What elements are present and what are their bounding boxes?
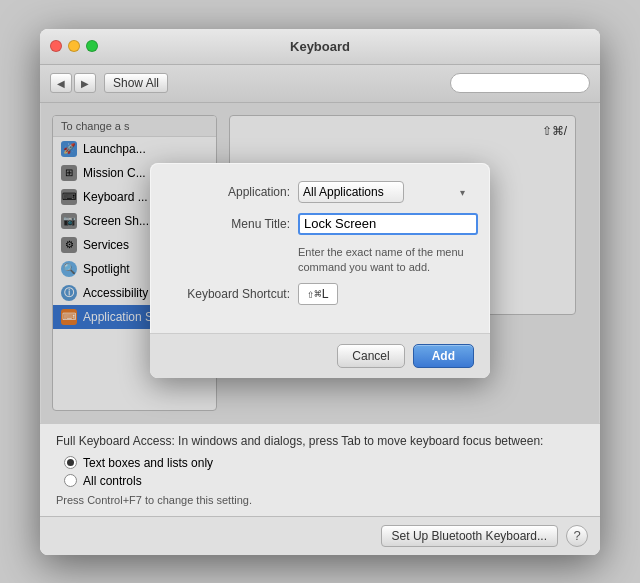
minimize-button[interactable] [68,40,80,52]
radio-text-boxes-circle [64,456,77,469]
shortcut-value: ⇧⌘L [307,287,329,301]
radio-all-controls-circle [64,474,77,487]
search-input[interactable] [450,73,590,93]
radio-all-controls[interactable]: All controls [64,474,584,488]
application-label: Application: [170,185,290,199]
application-select-wrapper: All Applications [298,181,470,203]
traffic-lights [50,40,98,52]
help-button[interactable]: ? [566,525,588,547]
cancel-button[interactable]: Cancel [337,344,404,368]
menu-title-input[interactable] [298,213,478,235]
radio-text-boxes-label: Text boxes and lists only [83,456,213,470]
modal-content: Application: All Applications Menu Title… [150,163,490,334]
control7-note: Press Control+F7 to change this setting. [56,494,584,506]
bottom-bar: Set Up Bluetooth Keyboard... ? [40,516,600,555]
shortcut-row: Keyboard Shortcut: ⇧⌘L [170,283,470,305]
shortcut-label: Keyboard Shortcut: [170,287,290,301]
maximize-button[interactable] [86,40,98,52]
nav-buttons: ◀ ▶ [50,73,96,93]
bottom-section: Full Keyboard Access: In windows and dia… [40,423,600,516]
bluetooth-keyboard-button[interactable]: Set Up Bluetooth Keyboard... [381,525,558,547]
toolbar: ◀ ▶ Show All [40,65,600,103]
forward-button[interactable]: ▶ [74,73,96,93]
main-window: Keyboard ◀ ▶ Show All To change a s 🚀 La… [40,29,600,555]
add-shortcut-modal: Application: All Applications Menu Title… [150,163,490,379]
modal-hint: Enter the exact name of the menu command… [298,245,470,276]
radio-group: Text boxes and lists only All controls [64,456,584,488]
back-button[interactable]: ◀ [50,73,72,93]
window-title: Keyboard [290,39,350,54]
application-row: Application: All Applications [170,181,470,203]
fka-label: Full Keyboard Access: In windows and dia… [56,434,584,448]
close-button[interactable] [50,40,62,52]
menu-title-row: Menu Title: [170,213,470,235]
shortcut-field[interactable]: ⇧⌘L [298,283,338,305]
show-all-button[interactable]: Show All [104,73,168,93]
application-select[interactable]: All Applications [298,181,404,203]
add-button[interactable]: Add [413,344,474,368]
modal-buttons: Cancel Add [150,333,490,378]
radio-all-controls-label: All controls [83,474,142,488]
radio-text-boxes[interactable]: Text boxes and lists only [64,456,584,470]
modal-overlay: Application: All Applications Menu Title… [40,103,600,423]
menu-title-label: Menu Title: [170,217,290,231]
content-area: To change a s 🚀 Launchpa... ⊞ Mission C.… [40,103,600,423]
titlebar: Keyboard [40,29,600,65]
